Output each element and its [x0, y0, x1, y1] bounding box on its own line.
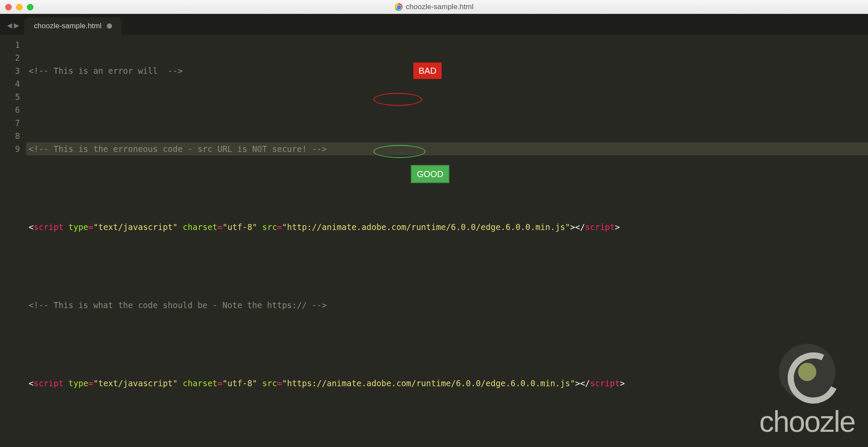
file-tab[interactable]: choozle-sample.html [24, 17, 122, 35]
line-number: 6 [0, 103, 20, 116]
window-title-text: choozle-sample.html [406, 3, 474, 11]
nav-forward-icon[interactable]: ▶ [14, 20, 19, 30]
code-line: <script type="text/javascript" charset="… [29, 377, 868, 390]
code-line [29, 181, 868, 194]
window-title: choozle-sample.html [395, 3, 474, 11]
code-line: <!-- This is an error will --> [29, 64, 868, 77]
maximize-button[interactable] [27, 4, 33, 10]
code-line [29, 338, 868, 351]
gutter: 1 2 3 4 5 6 7 8 9 [0, 35, 26, 447]
line-number: 5 [0, 90, 20, 103]
line-number: 1 [0, 38, 20, 51]
line-number: 9 [0, 142, 20, 155]
tab-label: choozle-sample.html [34, 22, 102, 30]
line-number: 7 [0, 116, 20, 129]
tabbar: ◀ ▶ choozle-sample.html [0, 14, 868, 35]
brand-text: choozle [759, 404, 855, 438]
bad-annotation: BAD [413, 62, 442, 79]
minimize-button[interactable] [16, 4, 23, 10]
line-number: 2 [0, 51, 20, 64]
line-number: 3 [0, 64, 20, 77]
close-button[interactable] [5, 4, 12, 10]
watermark: choozle [759, 344, 855, 438]
editor: 1 2 3 4 5 6 7 8 9 <!-- This is an error … [0, 35, 868, 447]
code-line: <!-- This is what the code should be - N… [29, 299, 868, 312]
code-line: <script type="text/javascript" charset="… [29, 220, 868, 233]
window-controls [5, 4, 33, 10]
line-number: 4 [0, 77, 20, 90]
nav-arrows: ◀ ▶ [4, 20, 24, 35]
code-area[interactable]: <!-- This is an error will --> <!-- This… [26, 35, 868, 447]
good-annotation: GOOD [411, 165, 449, 183]
code-line [29, 103, 868, 116]
choozle-logo-icon [779, 344, 835, 400]
line-number: 8 [0, 129, 20, 142]
code-line [29, 260, 868, 273]
nav-back-icon[interactable]: ◀ [7, 20, 12, 30]
code-line: <!-- This is the erroneous code - src UR… [26, 142, 868, 155]
dirty-indicator-icon [107, 23, 112, 29]
titlebar: choozle-sample.html [0, 0, 868, 14]
chrome-icon [395, 3, 403, 11]
